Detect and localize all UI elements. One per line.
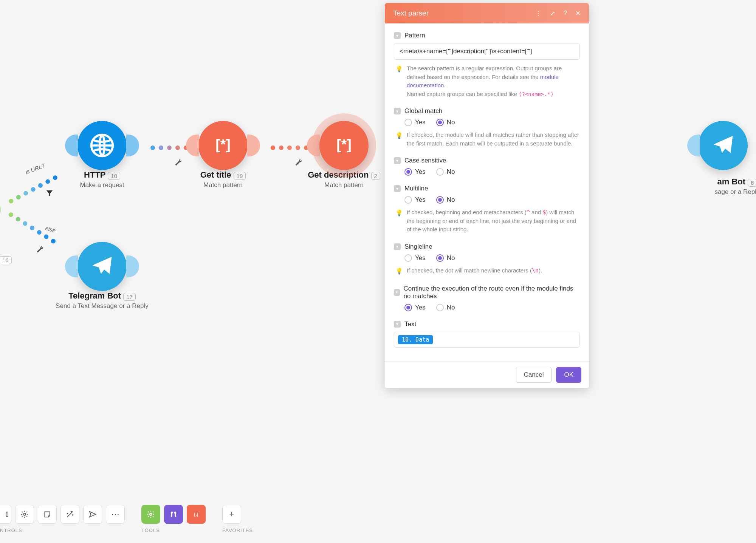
text-pill[interactable]: 10. Data xyxy=(398,335,433,344)
telegram-right-title: am Bot xyxy=(717,177,746,186)
singleline-no[interactable]: No xyxy=(436,254,455,262)
continue-route-label: Continue the execution of the route even… xyxy=(404,285,580,300)
panel-title: Text parser xyxy=(393,9,429,17)
svg-text:[*]: [*] xyxy=(336,136,351,152)
bottom-toolbar: ⋯ NTROLS [.] TOOLS + FAVORITES xyxy=(0,505,253,533)
filter-icon[interactable] xyxy=(45,189,54,197)
multiline-label: Multiline xyxy=(404,185,428,192)
cancel-button[interactable]: Cancel xyxy=(516,367,552,383)
global-match-label: Global match xyxy=(404,107,442,115)
bulb-icon: 💡 xyxy=(395,267,403,276)
singleline-label: Singleline xyxy=(404,243,432,251)
collapse-icon[interactable]: ▾ xyxy=(394,243,401,250)
text-label: Text xyxy=(404,320,416,328)
svg-point-5 xyxy=(23,513,26,515)
telegram-node[interactable]: Telegram Bot17 Send a Text Message or a … xyxy=(53,242,151,310)
bulb-icon: 💡 xyxy=(395,209,403,234)
continue-route-no[interactable]: No xyxy=(436,304,455,311)
collapse-icon[interactable]: ▾ xyxy=(394,32,401,39)
more-button[interactable]: ⋯ xyxy=(106,505,125,524)
get-title-badge: 19 xyxy=(234,172,246,180)
get-description-badge: 2 xyxy=(371,172,380,180)
field-global-match: ▾ Global match Yes No 💡 If checked, the … xyxy=(394,107,580,148)
toolbar-clip-button[interactable] xyxy=(0,505,11,524)
collapse-icon[interactable]: ▾ xyxy=(394,321,401,328)
favorites-label: FAVORITES xyxy=(222,528,253,533)
get-description-node[interactable]: [*] Get description2 Match pattern xyxy=(295,121,393,189)
ok-button[interactable]: OK xyxy=(556,367,581,383)
more-icon[interactable]: ⋮ xyxy=(535,9,542,17)
global-match-yes[interactable]: Yes xyxy=(404,119,426,126)
field-pattern: ▾ Pattern 💡 The search pattern is a regu… xyxy=(394,32,580,98)
tools-label: TOOLS xyxy=(141,528,206,533)
field-multiline: ▾ Multiline Yes No 💡 If checked, beginni… xyxy=(394,185,580,234)
field-singleline: ▾ Singleline Yes No 💡 If checked, the do… xyxy=(394,243,580,276)
field-text: ▾ Text 10. Data xyxy=(394,320,580,348)
field-case-sensitive: ▾ Case sensitive Yes No xyxy=(394,157,580,176)
get-description-subtitle: Match pattern xyxy=(295,181,393,189)
telegram-right-subtitle: sage or a Reply xyxy=(688,188,756,196)
telegram-right-node[interactable]: am Bot6 sage or a Reply xyxy=(688,121,756,196)
wrench-icon-3[interactable] xyxy=(36,246,44,254)
svg-text:[*]: [*] xyxy=(215,136,230,152)
case-sensitive-label: Case sensitive xyxy=(404,157,446,164)
close-icon[interactable]: ✕ xyxy=(575,9,581,17)
collapse-icon[interactable]: ▾ xyxy=(394,289,400,296)
http-subtitle: Make a request xyxy=(53,181,151,189)
router-badge: 16 xyxy=(0,256,12,264)
get-title-subtitle: Match pattern xyxy=(174,181,272,189)
case-sensitive-yes[interactable]: Yes xyxy=(404,168,426,176)
filter-label-isurl: is URL? xyxy=(25,162,46,175)
regex-example: (?<name>.*) xyxy=(519,91,554,97)
get-title-node[interactable]: [*] Get title19 Match pattern xyxy=(174,121,272,189)
add-favorite-button[interactable]: + xyxy=(222,505,241,524)
http-badge: 10 xyxy=(108,172,120,180)
expand-icon[interactable]: ⤢ xyxy=(550,9,555,17)
case-sensitive-no[interactable]: No xyxy=(436,168,455,176)
global-match-no[interactable]: No xyxy=(436,119,455,126)
magic-button[interactable] xyxy=(60,505,79,524)
plane-button[interactable] xyxy=(83,505,102,524)
tool-textparser-button[interactable]: [.] xyxy=(187,505,206,524)
tool-flow-button[interactable] xyxy=(141,505,160,524)
telegram-subtitle: Send a Text Message or a Reply xyxy=(53,302,151,310)
multiline-no[interactable]: No xyxy=(436,196,455,204)
text-input[interactable]: 10. Data xyxy=(394,332,580,348)
collapse-icon[interactable]: ▾ xyxy=(394,185,401,192)
note-button[interactable] xyxy=(38,505,57,524)
tool-tools-button[interactable] xyxy=(164,505,183,524)
controls-label: NTROLS xyxy=(0,528,125,533)
http-node[interactable]: HTTP10 Make a request xyxy=(53,121,151,189)
bulb-icon: 💡 xyxy=(395,65,403,98)
text-parser-panel: Text parser ⋮ ⤢ ? ✕ ▾ Pattern 💡 The sear… xyxy=(385,3,589,388)
settings-button[interactable] xyxy=(15,505,34,524)
pattern-input[interactable] xyxy=(394,43,580,60)
filter-label-else: else xyxy=(45,225,56,234)
telegram-badge: 17 xyxy=(123,293,136,301)
pattern-label: Pattern xyxy=(404,32,425,39)
scenario-canvas[interactable]: 16 is URL? else HTTP10 Mak xyxy=(0,0,756,543)
panel-header[interactable]: Text parser ⋮ ⤢ ? ✕ xyxy=(385,3,589,23)
bulb-icon: 💡 xyxy=(395,131,403,148)
collapse-icon[interactable]: ▾ xyxy=(394,157,401,164)
telegram-right-badge: 6 xyxy=(748,179,756,187)
http-title: HTTP xyxy=(84,170,105,179)
telegram-title: Telegram Bot xyxy=(68,291,121,300)
singleline-yes[interactable]: Yes xyxy=(404,254,426,262)
svg-text:[.]: [.] xyxy=(194,512,198,517)
collapse-icon[interactable]: ▾ xyxy=(394,108,401,114)
get-title-title: Get title xyxy=(200,170,231,179)
multiline-yes[interactable]: Yes xyxy=(404,196,426,204)
field-continue-route: ▾ Continue the execution of the route ev… xyxy=(394,285,580,311)
continue-route-yes[interactable]: Yes xyxy=(404,304,426,311)
help-icon[interactable]: ? xyxy=(564,9,567,17)
svg-rect-4 xyxy=(6,512,8,517)
svg-point-6 xyxy=(150,513,152,515)
